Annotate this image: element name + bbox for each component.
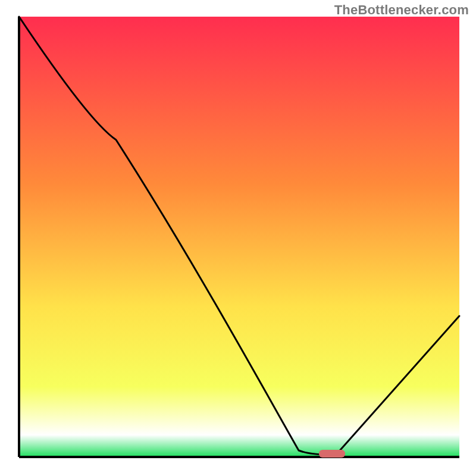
bottleneck-chart [0,0,476,476]
watermark-text: TheBottlenecker.com [334,2,469,18]
current-bottleneck-marker [319,450,345,458]
